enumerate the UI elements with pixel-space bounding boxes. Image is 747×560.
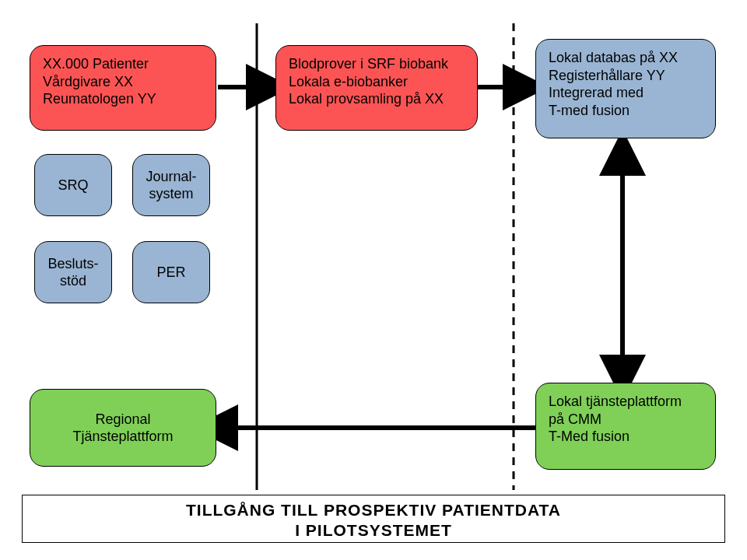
text: Regional	[95, 411, 150, 429]
text: PER	[156, 264, 185, 282]
text: Vårdgivare XX	[43, 74, 133, 89]
text: Blodprover i SRF biobank	[289, 56, 448, 72]
text: XX.000 Patienter	[43, 56, 149, 72]
text: Lokal databas på XX	[549, 50, 678, 65]
box-srq: SRQ	[34, 154, 112, 216]
box-footer-title: TILLGÅNG TILL PROSPEKTIV PATIENTDATA I P…	[22, 495, 725, 543]
text: TILLGÅNG TILL PROSPEKTIV PATIENTDATA	[186, 501, 561, 519]
box-patients: XX.000 Patienter Vårdgivare XX Reumatolo…	[30, 45, 216, 131]
text: Lokal tjänsteplattform	[549, 394, 682, 409]
text: Reumatologen YY	[43, 91, 156, 107]
text: på CMM	[549, 411, 601, 427]
box-local-platform: Lokal tjänsteplattform på CMM T-Med fusi…	[535, 383, 716, 470]
text: Registerhållare YY	[549, 68, 665, 83]
box-beslutsstod: Besluts- stöd	[34, 241, 112, 303]
text: Lokala e-biobanker	[289, 74, 408, 89]
text: Integrerad med	[549, 85, 644, 100]
box-per: PER	[132, 241, 210, 303]
box-journalsystem: Journal- system	[132, 154, 210, 216]
text: Lokal provsamling på XX	[289, 91, 444, 107]
box-localdb: Lokal databas på XX Registerhållare YY I…	[535, 39, 716, 138]
box-biobank: Blodprover i SRF biobank Lokala e-bioban…	[275, 45, 478, 131]
text: Besluts- stöd	[47, 255, 98, 290]
text: Tjänsteplattform	[72, 428, 173, 446]
text: SRQ	[58, 177, 88, 194]
box-regional: Regional Tjänsteplattform	[30, 389, 216, 467]
text: T-Med fusion	[549, 429, 630, 444]
text: Journal- system	[146, 168, 196, 203]
text: T-med fusion	[549, 103, 630, 118]
text: I PILOTSYSTEMET	[295, 521, 452, 539]
